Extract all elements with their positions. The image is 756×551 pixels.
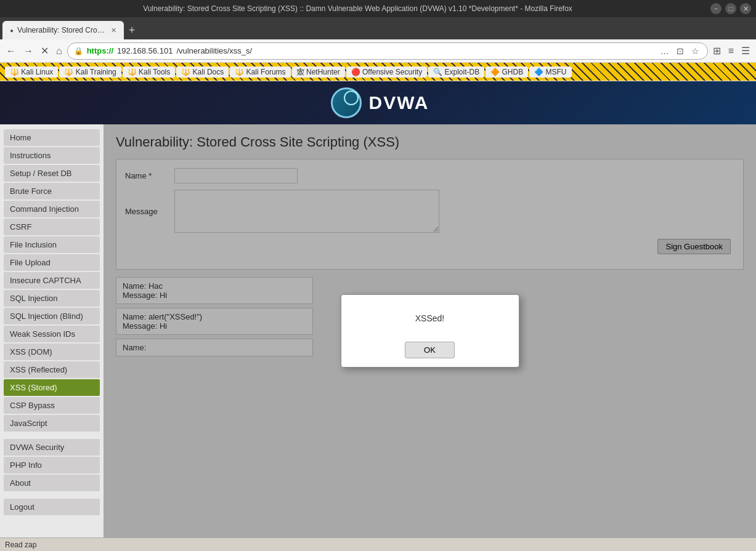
menu-button[interactable]: ☰ <box>739 42 752 59</box>
bookmark-kali-forums[interactable]: 🔱 Kali Forums <box>230 66 290 78</box>
bookmark-kali-training[interactable]: 🔱 Kali Training <box>59 66 121 78</box>
logout-button[interactable]: Logout <box>4 499 100 515</box>
status-text: Read zap <box>5 541 36 549</box>
sidebar-item-file-upload[interactable]: File Upload <box>4 254 100 271</box>
dialog-message: XSSed! <box>341 295 519 336</box>
bookmark-kali-linux[interactable]: 🔱 Kali Linux <box>5 66 58 78</box>
dvwa-header: DVWA <box>0 81 756 124</box>
alert-dialog: XSSed! OK <box>341 294 519 368</box>
sidebar-item-insecure-captcha[interactable]: Insecure CAPTCHA <box>4 272 100 289</box>
sidebar-item-dvwa-security[interactable]: DVWA Security <box>4 439 100 456</box>
browser-tab[interactable]: ● Vulnerability: Stored Cro… ✕ <box>2 21 124 39</box>
tab-close-button[interactable]: ✕ <box>111 26 116 34</box>
sidebar-item-csp-bypass[interactable]: CSP Bypass <box>4 397 100 414</box>
main-content: Vulnerability: Stored Cross Site Scripti… <box>104 124 756 537</box>
bookmark-kali-docs[interactable]: 🔱 Kali Docs <box>176 66 229 78</box>
sidebar-item-file-inclusion[interactable]: File Inclusion <box>4 236 100 253</box>
dialog-ok-button[interactable]: OK <box>405 342 455 358</box>
status-bar: Read zap <box>0 537 756 551</box>
bookmark-exploit-db[interactable]: 🔍 Exploit-DB <box>428 66 484 78</box>
bookmark-kali-tools[interactable]: 🔱 Kali Tools <box>123 66 175 78</box>
bookmark-button[interactable]: ☆ <box>689 44 701 58</box>
pocket-button[interactable]: ⊡ <box>675 44 686 58</box>
sidebar-item-brute-force[interactable]: Brute Force <box>4 183 100 199</box>
sidebar-item-instructions[interactable]: Instructions <box>4 147 100 164</box>
reload-button[interactable]: ✕ <box>38 42 51 59</box>
reader-button[interactable]: ≡ <box>726 43 736 59</box>
browser-content: DVWA HomeInstructionsSetup / Reset DBBru… <box>0 81 756 537</box>
back-button[interactable]: ← <box>4 43 18 59</box>
https-indicator: https:// <box>87 46 113 55</box>
sidebar-item-home[interactable]: Home <box>4 129 100 146</box>
new-tab-button[interactable]: + <box>124 21 140 39</box>
close-button[interactable]: ✕ <box>740 3 751 14</box>
sidebar-item-xss-stored[interactable]: XSS (Stored) <box>4 379 100 396</box>
tab-bar: ● Vulnerability: Stored Cro… ✕ + <box>0 17 756 39</box>
dvwa-logo-text: DVWA <box>369 92 429 113</box>
forward-button[interactable]: → <box>21 43 36 59</box>
bookmarks-bar: 🔱 Kali Linux🔱 Kali Training🔱 Kali Tools🔱… <box>0 63 756 81</box>
window-title: Vulnerability: Stored Cross Site Scripti… <box>5 4 710 13</box>
dvwa-logo: DVWA <box>327 87 429 118</box>
bookmark-ghdb[interactable]: 🔶 GHDB <box>486 66 528 78</box>
tab-favicon: ● <box>10 27 14 34</box>
address-bar[interactable]: 🔒 https://192.168.56.101/vulnerabilities… <box>67 42 708 60</box>
maximize-button[interactable]: □ <box>725 3 736 14</box>
dvwa-page: DVWA HomeInstructionsSetup / Reset DBBru… <box>0 81 756 537</box>
sidebar-item-sql-injection[interactable]: SQL Injection <box>4 290 100 307</box>
library-button[interactable]: ⊞ <box>710 42 723 59</box>
sidebar-item-setup[interactable]: Setup / Reset DB <box>4 165 100 182</box>
bookmark-msfu[interactable]: 🔷 MSFU <box>529 66 571 78</box>
dvwa-logo-circle <box>331 87 362 118</box>
bookmark-offensive-security[interactable]: 🔴 Offensive Security <box>346 66 428 78</box>
home-button[interactable]: ⌂ <box>54 43 65 59</box>
sidebar-item-about[interactable]: About <box>4 475 100 491</box>
window-controls: − □ ✕ <box>710 3 751 14</box>
sidebar-item-javascript[interactable]: JavaScript <box>4 415 100 432</box>
sidebar: HomeInstructionsSetup / Reset DBBrute Fo… <box>0 124 104 537</box>
security-icon: 🔒 <box>74 47 83 55</box>
sidebar-item-xss-reflected[interactable]: XSS (Reflected) <box>4 361 100 378</box>
sidebar-item-xss-dom[interactable]: XSS (DOM) <box>4 344 100 360</box>
minimize-button[interactable]: − <box>710 3 721 14</box>
tab-label: Vulnerability: Stored Cro… <box>17 26 105 34</box>
sidebar-item-csrf[interactable]: CSRF <box>4 219 100 235</box>
sidebar-item-command-injection[interactable]: Command Injection <box>4 201 100 217</box>
dvwa-body: HomeInstructionsSetup / Reset DBBrute Fo… <box>0 124 756 537</box>
url-path: /vulnerabilities/xss_s/ <box>176 46 252 55</box>
dialog-overlay: XSSed! OK <box>104 124 756 537</box>
url-domain: 192.168.56.101 <box>117 46 173 55</box>
nav-bar: ← → ✕ ⌂ 🔒 https://192.168.56.101/vulnera… <box>0 39 756 63</box>
sidebar-item-weak-session-ids[interactable]: Weak Session IDs <box>4 326 100 342</box>
sidebar-item-php-info[interactable]: PHP Info <box>4 457 100 473</box>
dialog-footer: OK <box>341 336 519 367</box>
bookmark-nethunter[interactable]: 🕸 NetHunter <box>292 66 345 78</box>
sidebar-item-sql-injection-blind[interactable]: SQL Injection (Blind) <box>4 308 100 324</box>
title-bar: Vulnerability: Stored Cross Site Scripti… <box>0 0 756 17</box>
more-button[interactable]: … <box>659 44 671 58</box>
